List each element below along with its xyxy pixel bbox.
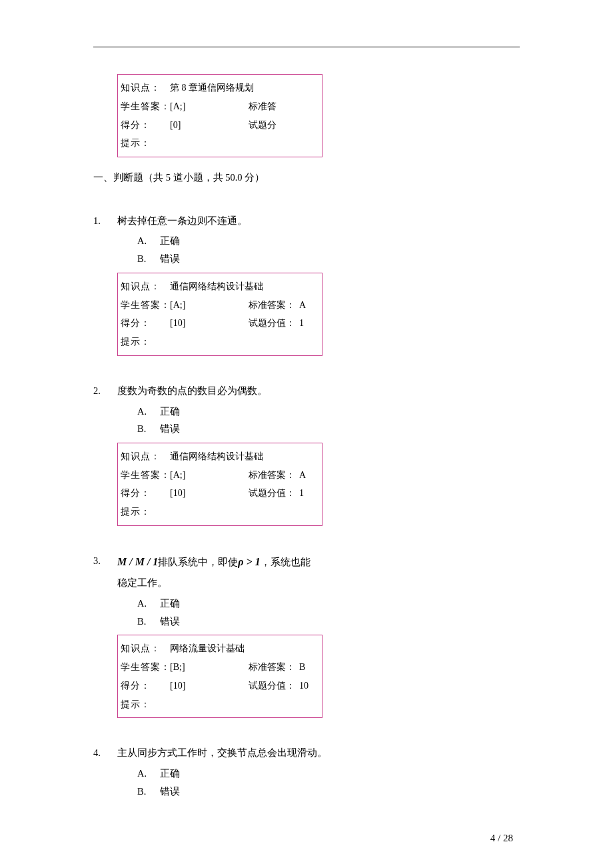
question-2: 2. 度数为奇数的点的数目必为偶数。 A. 正确 B. 错误 知识点： 通信网络… <box>93 383 520 526</box>
page-number: 4 / 28 <box>490 830 513 847</box>
option-letter: B. <box>137 783 160 800</box>
student-answer-label: 学生答案： <box>121 297 170 313</box>
question-score-label: 试题分值： <box>249 315 295 331</box>
student-answer-value: [A;] <box>170 297 249 313</box>
option-text: 错误 <box>160 783 180 800</box>
top-rule <box>93 47 520 47</box>
student-answer-value: [B;] <box>170 659 249 675</box>
q2-info-box: 知识点： 通信网络结构设计基础 学生答案： [A;] 标准答案： A 得分： [… <box>117 443 322 526</box>
standard-answer-label: 标准答 <box>249 99 277 115</box>
score-value: [10] <box>170 315 249 331</box>
option-b: B. 错误 <box>137 421 520 437</box>
question-4: 4. 主从同步方式工作时，交换节点总会出现滑动。 A. 正确 B. 错误 <box>93 745 520 799</box>
score-label: 得分： <box>121 678 170 694</box>
question-score-label: 试题分 <box>249 117 277 133</box>
option-a: A. 正确 <box>137 765 520 782</box>
question-score-value: 1 <box>295 485 304 501</box>
math-expr-mm1: M / M / 1 <box>117 556 158 567</box>
standard-answer-label: 标准答案： <box>249 659 295 675</box>
q-number: 1. <box>93 213 117 229</box>
q1-info-box: 知识点： 通信网络结构设计基础 学生答案： [A;] 标准答案： A 得分： [… <box>117 273 322 356</box>
page: 知识点： 第 8 章通信网络规划 学生答案： [A;] 标准答 得分： [0] … <box>0 0 613 868</box>
student-answer-value: [A;] <box>170 467 249 483</box>
kp-value: 通信网络结构设计基础 <box>170 449 322 465</box>
option-text: 正确 <box>160 765 180 782</box>
option-letter: A. <box>137 233 160 249</box>
question-score-value: 1 <box>295 315 304 331</box>
option-letter: B. <box>137 613 160 630</box>
kp-label: 知识点： <box>121 641 170 657</box>
option-b: B. 错误 <box>137 613 520 630</box>
option-b: B. 错误 <box>137 783 520 800</box>
student-answer-label: 学生答案： <box>121 99 170 115</box>
option-letter: A. <box>137 765 160 782</box>
standard-answer-value: A <box>295 297 306 313</box>
score-label: 得分： <box>121 315 170 331</box>
standard-answer-value: A <box>295 467 306 483</box>
standard-answer-label: 标准答案： <box>249 297 295 313</box>
hint-label: 提示： <box>121 504 170 520</box>
q-stem-text: M / M / 1排队系统中，即使ρ > 1，系统也能 <box>117 553 520 571</box>
q-stem-continuation: 稳定工作。 <box>117 575 520 591</box>
question-3: 3. M / M / 1排队系统中，即使ρ > 1，系统也能 稳定工作。 A. … <box>93 553 520 718</box>
kp-label: 知识点： <box>121 80 170 96</box>
kp-label: 知识点： <box>121 279 170 295</box>
student-answer-label: 学生答案： <box>121 659 170 675</box>
option-a: A. 正确 <box>137 233 520 249</box>
q-stem-text: 度数为奇数的点的数目必为偶数。 <box>117 383 520 399</box>
question-score-label: 试题分值： <box>249 678 295 694</box>
option-text: 正确 <box>160 233 180 249</box>
q-number: 4. <box>93 745 117 761</box>
student-answer-label: 学生答案： <box>121 467 170 483</box>
option-b: B. 错误 <box>137 251 520 267</box>
kp-value: 网络流量设计基础 <box>170 641 322 657</box>
kp-value: 第 8 章通信网络规划 <box>170 80 322 96</box>
q3-info-box: 知识点： 网络流量设计基础 学生答案： [B;] 标准答案： B 得分： [10… <box>117 635 322 718</box>
section-heading: 一、判断题（共 5 道小题，共 50.0 分） <box>93 169 520 186</box>
score-value: [10] <box>170 678 249 694</box>
q-number: 3. <box>93 553 117 571</box>
score-value: [0] <box>170 117 249 133</box>
q-stem-text: 主从同步方式工作时，交换节点总会出现滑动。 <box>117 745 520 761</box>
option-a: A. 正确 <box>137 403 520 420</box>
stem-post: ，系统也能 <box>261 557 310 567</box>
student-answer-value: [A;] <box>170 99 249 115</box>
option-letter: A. <box>137 595 160 612</box>
score-label: 得分： <box>121 117 170 133</box>
q-stem-text: 树去掉任意一条边则不连通。 <box>117 213 520 229</box>
option-text: 错误 <box>160 251 180 267</box>
option-text: 正确 <box>160 595 180 612</box>
question-score-label: 试题分值： <box>249 485 295 501</box>
option-letter: B. <box>137 251 160 267</box>
question-1: 1. 树去掉任意一条边则不连通。 A. 正确 B. 错误 知识点： 通信网络结构… <box>93 213 520 356</box>
option-letter: A. <box>137 403 160 420</box>
top-info-box: 知识点： 第 8 章通信网络规划 学生答案： [A;] 标准答 得分： [0] … <box>117 74 322 157</box>
standard-answer-label: 标准答案： <box>249 467 295 483</box>
score-label: 得分： <box>121 485 170 501</box>
option-text: 错误 <box>160 613 180 630</box>
q-number: 2. <box>93 383 117 399</box>
standard-answer-value: B <box>295 659 305 675</box>
option-letter: B. <box>137 421 160 437</box>
hint-label: 提示： <box>121 135 170 151</box>
hint-label: 提示： <box>121 697 170 713</box>
hint-label: 提示： <box>121 334 170 350</box>
math-expr-rho: ρ > 1 <box>238 556 260 567</box>
kp-label: 知识点： <box>121 449 170 465</box>
option-text: 正确 <box>160 403 180 420</box>
score-value: [10] <box>170 485 249 501</box>
stem-mid: 排队系统中，即使 <box>158 557 238 567</box>
option-text: 错误 <box>160 421 180 437</box>
question-score-value: 10 <box>295 678 308 694</box>
option-a: A. 正确 <box>137 595 520 612</box>
kp-value: 通信网络结构设计基础 <box>170 279 322 295</box>
